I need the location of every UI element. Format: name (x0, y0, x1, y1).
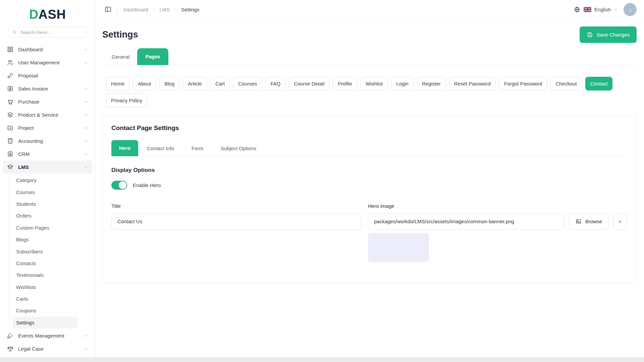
chevron-down-icon (84, 139, 88, 143)
sidebar-item-user-management[interactable]: User Management (3, 56, 92, 69)
language-selector[interactable]: English (574, 6, 618, 13)
page-button-article[interactable]: Article (183, 77, 207, 90)
page-button-about[interactable]: About (133, 77, 156, 90)
page-title: Settings (102, 29, 138, 40)
page-header: Settings Save Changes (102, 24, 637, 48)
save-icon (587, 32, 593, 38)
chevron-down-icon (84, 334, 88, 338)
sidebar-item-label: Sales Invoice (18, 86, 48, 92)
page-button-wishlist[interactable]: Wishlist (361, 77, 388, 90)
hero-image-preview (368, 233, 429, 262)
search-input[interactable] (20, 29, 83, 35)
sidebar-search[interactable] (8, 27, 87, 38)
page-button-courses[interactable]: Courses (233, 77, 262, 90)
sidebar-subitem-category[interactable]: Category (13, 174, 77, 186)
chevron-down-icon (84, 86, 88, 91)
enable-hero-label: Enable Hero (133, 182, 161, 188)
sidebar-item-crm[interactable]: CRM (3, 147, 92, 161)
layers-icon (7, 111, 14, 118)
page-button-register[interactable]: Register (417, 77, 446, 90)
breadcrumb-lms[interactable]: LMS (159, 7, 170, 12)
sidebar-item-sales-invoice[interactable]: Sales Invoice (3, 82, 92, 95)
sidebar-item-legal-case[interactable]: Legal Case (3, 342, 92, 355)
sidebar-item-lms[interactable]: LMS (3, 161, 92, 174)
main-area: Dashboard LMS Settings English Settings (95, 0, 644, 357)
browse-button[interactable]: Browse (569, 213, 608, 230)
sidebar-item-purchase[interactable]: Purchase (3, 95, 92, 108)
enable-hero-toggle[interactable] (111, 181, 127, 190)
sidebar-item-label: Legal Case (18, 346, 44, 352)
transform-icon (7, 72, 14, 79)
page-button-login[interactable]: Login (391, 77, 414, 90)
sidebar-toggle-icon[interactable] (104, 6, 112, 13)
page-button-reset-password[interactable]: Reset Password (449, 77, 496, 90)
page-button-faq[interactable]: FAQ (265, 77, 285, 90)
breadcrumb-settings: Settings (181, 7, 199, 12)
page-buttons: HomeAboutBlogArticleCartCoursesFAQCourse… (102, 65, 635, 107)
save-button-label: Save Changes (597, 32, 630, 38)
save-changes-button[interactable]: Save Changes (580, 26, 637, 43)
card-tab-contact-info[interactable]: Contact Info (138, 141, 183, 156)
sidebar-subitem-orders[interactable]: Orders (13, 210, 77, 222)
page-button-contact[interactable]: Contact (585, 77, 613, 90)
page-button-cart[interactable]: Cart (210, 77, 230, 90)
card-title: Contact Page Settings (111, 124, 627, 132)
sidebar-item-accounting[interactable]: Accounting (3, 134, 92, 147)
sidebar-item-product-service[interactable]: Product & Service (3, 108, 92, 121)
browse-button-label: Browse (585, 219, 602, 224)
page-button-home[interactable]: Home (106, 77, 129, 90)
avatar[interactable] (624, 3, 637, 16)
sidebar-subitem-subscribers[interactable]: Subscribers (13, 245, 77, 257)
sidebar-subitem-blogs[interactable]: Blogs (13, 234, 77, 245)
sidebar-item-label: CRM (18, 151, 30, 157)
tab-general[interactable]: General (104, 49, 137, 65)
chevron-down-icon (84, 347, 88, 351)
sidebar-subitem-coupons[interactable]: Coupons (13, 305, 77, 316)
sidebar-item-project[interactable]: Project (3, 121, 92, 134)
calculator-icon (7, 137, 14, 144)
clear-image-button[interactable] (613, 213, 627, 230)
page-button-profile[interactable]: Profile (333, 77, 357, 90)
card-tab-subject-options[interactable]: Subject Options (212, 141, 265, 156)
sidebar-item-label: Dashboard (18, 47, 43, 52)
card-tab-form[interactable]: Form (183, 141, 212, 156)
sidebar-subitem-wishlists[interactable]: Wishlists (13, 281, 77, 293)
topbar-divider (117, 6, 117, 13)
sidebar-item-label: User Management (18, 60, 59, 65)
uk-flag-icon (584, 7, 591, 12)
tab-pages[interactable]: Pages (137, 48, 168, 65)
page-button-course-detail[interactable]: Course Detail (289, 77, 329, 90)
page-button-privacy-policy[interactable]: Privacy Policy (106, 94, 147, 107)
sidebar-subitem-custom-pages[interactable]: Custom Pages (13, 222, 77, 234)
sidebar-subitem-contacts[interactable]: Contacts (13, 257, 77, 269)
page-button-forgot-password[interactable]: Forgot Password (499, 77, 547, 90)
id-badge-icon (7, 150, 14, 158)
sidebar-item-events-management[interactable]: Events Management (3, 329, 92, 342)
chevron-down-icon (84, 113, 88, 117)
breadcrumb-dashboard[interactable]: Dashboard (123, 7, 148, 12)
breadcrumb: Dashboard LMS Settings (123, 7, 199, 12)
contact-page-settings-card: Contact Page Settings HeroContact InfoFo… (102, 115, 637, 284)
sidebar-subitem-settings[interactable]: Settings (13, 317, 77, 328)
sidebar-subitem-courses[interactable]: Courses (13, 186, 77, 198)
chevron-down-icon (84, 152, 88, 157)
sidebar-subitem-students[interactable]: Students (13, 198, 77, 210)
title-input[interactable] (111, 213, 361, 230)
page-button-checkout[interactable]: Checkout (550, 77, 582, 90)
title-field-label: Title (111, 203, 361, 209)
graduation-cap-icon (7, 164, 14, 171)
topbar-right: English (574, 3, 637, 16)
sidebar-subitem-testimonials[interactable]: Testimonials (13, 269, 77, 281)
sidebar-item-dashboard[interactable]: Dashboard (3, 43, 92, 56)
photo-icon (575, 218, 582, 225)
grid-icon (7, 46, 14, 53)
chevron-down-icon (84, 126, 88, 130)
hero-image-input[interactable] (368, 213, 564, 230)
sidebar-item-proposal[interactable]: Proposal (3, 69, 92, 82)
hero-tab-content: Display Options Enable Hero Title Hero I… (111, 167, 627, 262)
sidebar-item-label: Accounting (18, 138, 43, 144)
sidebar-subitem-carts[interactable]: Carts (13, 293, 77, 305)
brand-logo-rest: ASH (39, 7, 66, 21)
page-button-blog[interactable]: Blog (159, 77, 179, 90)
card-tab-hero[interactable]: Hero (111, 140, 138, 156)
